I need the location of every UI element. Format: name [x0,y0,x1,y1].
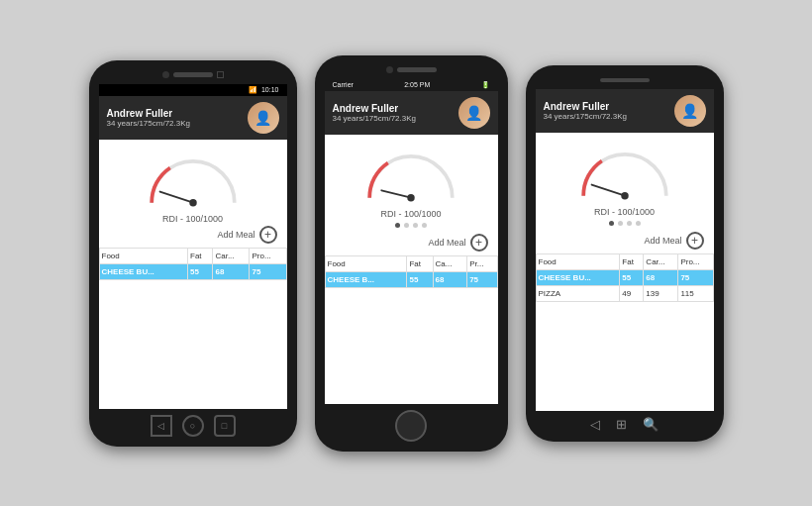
ios-col-protein: Pr... [467,255,497,271]
back-button[interactable]: ◁ [151,415,172,437]
user-stats: 34 years/175cm/72.3Kg [107,119,191,128]
pagination-dots [395,223,427,228]
gauge-svg [134,148,253,212]
android-status-bar: 📶 10:10 [99,84,287,96]
win-fat-val-1: 55 [620,269,644,285]
carb-val: 68 [213,263,250,279]
user-name: Andrew Fuller [107,108,191,119]
win-col-food: Food [536,253,620,269]
win-col-carb: Car... [644,253,678,269]
ios-food-table: Food Fat Ca... Pr... CHEESE B... 55 68 7… [325,255,498,288]
win-col-protein: Pro... [678,253,713,269]
avatar: 👤 [248,102,279,134]
avatar-image: 👤 [248,102,279,134]
svg-point-1 [189,199,196,206]
col-carb: Car... [213,248,250,263]
carrier-bar: Carrier 2:05 PM 🔋 [325,79,498,91]
ios-gauge-container [352,143,470,207]
windows-user-stats: 34 years/175cm/72.3Kg [544,112,628,121]
col-protein: Pro... [250,248,286,263]
ios-table-row[interactable]: CHEESE B... 55 68 75 [325,271,497,287]
windows-add-meal-row: Add Meal + [536,230,714,253]
app-header: Andrew Fuller 34 years/175cm/72.3Kg 👤 [99,96,287,140]
ios-time: 2:05 PM [404,81,430,88]
ios-bottom-bar [320,404,503,446]
add-meal-row: Add Meal + [99,224,287,248]
win-col-fat: Fat [620,253,644,269]
windows-start-icon[interactable]: ⊞ [616,417,627,432]
add-meal-label: Add Meal [217,230,254,240]
windows-app-header: Andrew Fuller 34 years/175cm/72.3Kg 👤 [536,89,714,133]
windows-food-table: Food Fat Car... Pro... CHEESE BU... 55 6… [536,253,714,302]
android-phone: 📶 10:10 Andrew Fuller 34 years/175cm/72.… [89,60,297,447]
win-fat-val-2: 49 [620,285,644,301]
ios-phone: Carrier 2:05 PM 🔋 Andrew Fuller 34 years… [315,55,508,452]
time-display: 10:10 [261,86,279,93]
ios-add-meal-row: Add Meal + [325,232,498,255]
win-table-row-1[interactable]: CHEESE BU... 55 68 75 [536,269,713,285]
android-nav-bar: ◁ ○ □ [94,409,292,441]
sensor [217,71,224,78]
ios-protein-val: 75 [467,271,497,287]
win-dot-2 [618,221,623,226]
svg-point-3 [407,194,414,201]
windows-nav-bar: ◁ ⊞ 🔍 [531,411,719,436]
ios-col-carb: Ca... [433,255,467,271]
user-info: Andrew Fuller 34 years/175cm/72.3Kg [107,108,191,128]
dot-2 [404,223,409,228]
ios-app-header: Andrew Fuller 34 years/175cm/72.3Kg 👤 [325,91,498,135]
ios-user-info: Andrew Fuller 34 years/175cm/72.3Kg [333,103,417,123]
android-top-bar [94,66,292,84]
fat-val: 55 [188,263,213,279]
windows-gauge-area: RDI - 100/1000 Add Meal + Food Fat [536,133,714,411]
food-table: Food Fat Car... Pro... CHEESE BU... 55 6… [99,248,287,280]
ios-rdi-label: RDI - 100/1000 [380,209,441,219]
add-meal-button[interactable]: + [259,226,277,244]
win-carb-val-1: 68 [644,269,678,285]
windows-back-icon[interactable]: ◁ [590,417,600,432]
win-table-row-2[interactable]: PIZZA 49 139 115 [536,285,713,301]
win-carb-val-2: 139 [644,285,678,301]
speaker [173,72,213,77]
windows-bottom-buttons: ◁ ⊞ 🔍 [590,417,659,432]
windows-screen: Andrew Fuller 34 years/175cm/72.3Kg 👤 RD… [536,89,714,411]
ios-col-fat: Fat [407,255,433,271]
camera-dot [162,71,169,78]
windows-gauge-container [565,141,684,205]
ios-avatar-image: 👤 [458,97,490,129]
table-row[interactable]: CHEESE BU... 55 68 75 [99,263,286,279]
ios-gauge-area: RDI - 100/1000 Add Meal + Food Fat [325,135,498,404]
ios-col-food: Food [325,255,407,271]
rdi-label: RDI - 100/1000 [162,214,223,224]
windows-top-bar [531,71,719,89]
svg-point-5 [621,192,628,199]
windows-pagination-dots [609,221,641,226]
windows-avatar: 👤 [674,95,706,127]
carrier-text: Carrier [333,81,354,88]
svg-line-0 [159,191,192,202]
windows-add-meal-label: Add Meal [644,236,681,246]
ios-home-button[interactable] [395,410,427,442]
ios-carb-val: 68 [433,271,467,287]
win-dot-1 [609,221,614,226]
windows-add-meal-button[interactable]: + [686,232,704,250]
ios-add-meal-label: Add Meal [428,238,465,248]
recent-button[interactable]: □ [214,415,236,437]
windows-search-icon[interactable]: 🔍 [643,417,659,432]
signal-icon: 📶 [249,86,257,94]
windows-phone: Andrew Fuller 34 years/175cm/72.3Kg 👤 RD… [526,65,724,442]
protein-val: 75 [250,263,286,279]
android-screen: 📶 10:10 Andrew Fuller 34 years/175cm/72.… [99,84,287,409]
home-button[interactable]: ○ [182,415,204,437]
win-protein-val-1: 75 [678,269,713,285]
ios-user-name: Andrew Fuller [333,103,417,114]
ios-avatar: 👤 [458,97,490,129]
win-food-name-2: PIZZA [536,285,620,301]
windows-rdi-label: RDI - 100/1000 [594,207,655,217]
col-fat: Fat [188,248,213,263]
ios-add-meal-button[interactable]: + [470,234,488,252]
food-name: CHEESE BU... [99,263,188,279]
windows-avatar-image: 👤 [674,95,706,127]
svg-line-2 [381,190,411,197]
ios-gauge-svg [352,143,470,207]
